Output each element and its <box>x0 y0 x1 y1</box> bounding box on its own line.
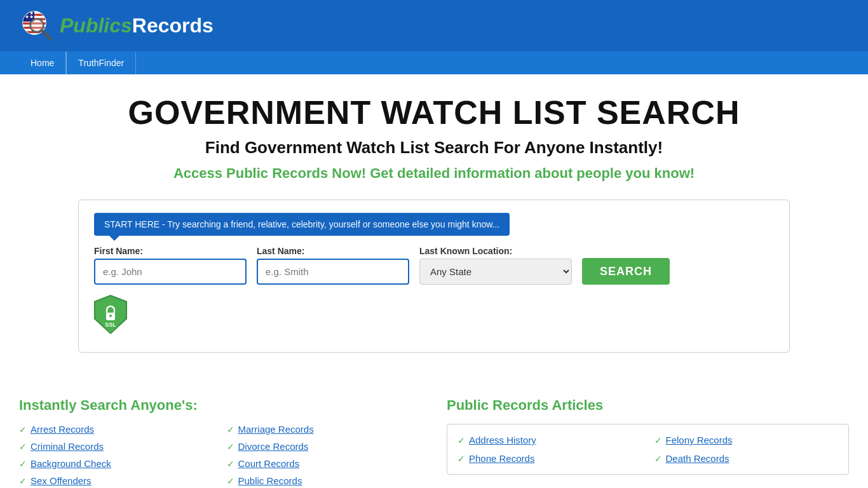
search-container: START HERE - Try searching a friend, rel… <box>78 200 790 353</box>
first-name-input[interactable] <box>94 259 247 285</box>
logo-icon: ★★★ ★★ <box>19 8 55 43</box>
hero-title: GOVERNMENT WATCH LIST SEARCH <box>19 93 849 132</box>
record-link-public-records[interactable]: Public Records <box>238 475 302 486</box>
record-link-divorce-records[interactable]: Divorce Records <box>238 441 309 452</box>
ssl-shield-icon <box>94 295 127 334</box>
list-item: ✓Background Check <box>19 458 214 469</box>
list-item: ✓Death Records <box>654 453 839 464</box>
bottom-section: Instantly Search Anyone's: ✓Arrest Recor… <box>0 384 868 488</box>
record-link-court-records[interactable]: Court Records <box>238 458 300 469</box>
list-item: ✓Court Records <box>227 458 422 469</box>
logo-records: Records <box>132 14 214 37</box>
list-item: ✓Felony Records <box>654 435 839 445</box>
navbar: Home TruthFinder <box>0 51 868 74</box>
check-icon: ✓ <box>19 459 27 469</box>
list-item: ✓Sex Offenders <box>19 475 214 486</box>
records-list: ✓Arrest Records✓Marriage Records✓Crimina… <box>19 424 421 486</box>
hero-subtitle: Find Government Watch List Search For An… <box>19 138 849 158</box>
last-name-group: Last Name: <box>257 246 409 285</box>
list-item: ✓Address History <box>458 435 642 445</box>
main-content: GOVERNMENT WATCH LIST SEARCH Find Govern… <box>0 74 868 384</box>
list-item: ✓Public Records <box>227 475 422 486</box>
logo-text: PublicsRecords <box>60 14 214 37</box>
article-link-address-history[interactable]: Address History <box>469 435 536 445</box>
record-link-background-check[interactable]: Background Check <box>31 458 111 469</box>
check-icon: ✓ <box>19 424 27 435</box>
nav-home[interactable]: Home <box>19 51 66 74</box>
check-icon: ✓ <box>458 454 465 464</box>
svg-text:★★: ★★ <box>25 10 34 16</box>
check-icon: ✓ <box>227 476 234 486</box>
location-label: Last Known Location: <box>419 246 572 256</box>
check-icon: ✓ <box>654 435 662 445</box>
check-icon: ✓ <box>19 476 27 486</box>
article-link-death-records[interactable]: Death Records <box>666 453 729 464</box>
ssl-label: SSL <box>94 322 127 328</box>
check-icon: ✓ <box>458 435 465 445</box>
record-link-arrest-records[interactable]: Arrest Records <box>31 424 94 435</box>
search-tooltip: START HERE - Try searching a friend, rel… <box>94 213 510 236</box>
logo-area: ★★★ ★★ PublicsRecords <box>19 8 214 43</box>
check-icon: ✓ <box>654 454 662 464</box>
ssl-badge: SSL <box>94 295 127 334</box>
list-item: ✓Divorce Records <box>227 441 422 452</box>
svg-point-14 <box>31 19 43 32</box>
record-link-sex-offenders[interactable]: Sex Offenders <box>31 475 92 486</box>
location-group: Last Known Location: Any StateAlabamaAla… <box>419 246 572 285</box>
first-name-label: First Name: <box>94 246 247 256</box>
articles-heading: Public Records Articles <box>447 397 849 414</box>
instantly-section: Instantly Search Anyone's: ✓Arrest Recor… <box>19 397 421 486</box>
hero-access-text: Access Public Records Now! Get detailed … <box>19 165 849 182</box>
nav-truthfinder[interactable]: TruthFinder <box>67 51 136 74</box>
list-item: ✓Arrest Records <box>19 424 214 435</box>
articles-list: ✓Address History✓Felony Records✓Phone Re… <box>458 435 838 464</box>
search-button[interactable]: SEARCH <box>582 258 670 285</box>
list-item: ✓Phone Records <box>458 453 642 464</box>
record-link-criminal-records[interactable]: Criminal Records <box>31 441 104 452</box>
list-item: ✓Marriage Records <box>227 424 422 435</box>
record-link-marriage-records[interactable]: Marriage Records <box>238 424 314 435</box>
last-name-input[interactable] <box>257 259 409 285</box>
logo-publics: Publics <box>60 14 132 37</box>
instantly-heading: Instantly Search Anyone's: <box>19 397 421 414</box>
check-icon: ✓ <box>227 442 234 452</box>
header: ★★★ ★★ PublicsRecords <box>0 0 868 51</box>
article-link-felony-records[interactable]: Felony Records <box>666 435 733 445</box>
check-icon: ✓ <box>227 424 234 435</box>
list-item: ✓Criminal Records <box>19 441 214 452</box>
article-link-phone-records[interactable]: Phone Records <box>469 453 534 464</box>
last-name-label: Last Name: <box>257 246 409 256</box>
state-select[interactable]: Any StateAlabamaAlaskaArizonaArkansasCal… <box>419 259 572 285</box>
check-icon: ✓ <box>227 459 234 469</box>
svg-line-13 <box>41 30 51 39</box>
articles-section: Public Records Articles ✓Address History… <box>447 397 849 486</box>
check-icon: ✓ <box>19 442 27 452</box>
svg-point-18 <box>109 315 112 317</box>
articles-box: ✓Address History✓Felony Records✓Phone Re… <box>447 424 849 475</box>
first-name-group: First Name: <box>94 246 247 285</box>
search-fields: First Name: Last Name: Last Known Locati… <box>94 246 774 285</box>
